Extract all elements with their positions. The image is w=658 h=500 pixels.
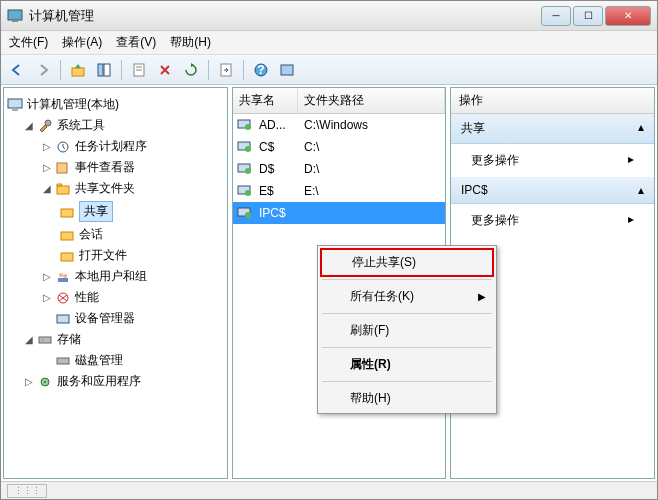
share-name: IPC$ [259,206,304,220]
toolbar: ? [1,55,657,85]
submenu-arrow-icon: ▸ [628,212,634,229]
share-name: D$ [259,162,304,176]
ctx-all-tasks[interactable]: 所有任务(K) ▶ [318,282,496,311]
separator [322,313,492,314]
svg-rect-2 [72,68,84,76]
tree-root-label: 计算机管理(本地) [27,96,119,113]
list-row[interactable]: D$ D:\ [233,158,445,180]
share-icon [237,205,255,221]
device-icon [54,311,72,327]
context-menu: 停止共享(S) 所有任务(K) ▶ 刷新(F) 属性(R) 帮助(H) [317,245,497,414]
list-row[interactable]: C$ C:\ [233,136,445,158]
ctx-refresh[interactable]: 刷新(F) [318,316,496,345]
minimize-button[interactable]: ─ [541,6,571,26]
tree-label: 共享文件夹 [75,180,135,197]
ctx-properties[interactable]: 属性(R) [318,350,496,379]
tree-local-users[interactable]: ▷ 本地用户和组 [6,266,225,287]
ctx-stop-sharing[interactable]: 停止共享(S) [320,248,494,277]
separator [322,381,492,382]
tree-label: 磁盘管理 [75,352,123,369]
tree-storage[interactable]: ◢ 存储 [6,329,225,350]
help-button[interactable]: ? [249,58,273,82]
tree-shares[interactable]: 共享 [6,199,225,224]
list-row-selected[interactable]: IPC$ [233,202,445,224]
expand-icon[interactable]: ▷ [40,292,54,303]
tree-label: 设备管理器 [75,310,135,327]
tree-open-files[interactable]: 打开文件 [6,245,225,266]
menu-action[interactable]: 操作(A) [62,34,102,51]
tree-label: 打开文件 [79,247,127,264]
tree-label: 共享 [79,201,113,222]
ctx-help[interactable]: 帮助(H) [318,384,496,413]
event-icon [54,160,72,176]
svg-rect-16 [57,163,67,173]
tree-device-manager[interactable]: 设备管理器 [6,308,225,329]
clock-icon [54,139,72,155]
collapse-icon[interactable]: ◢ [22,334,36,345]
back-button[interactable] [5,58,29,82]
tree-root[interactable]: 计算机管理(本地) [6,94,225,115]
tree-event-viewer[interactable]: ▷ 事件查看器 [6,157,225,178]
tree-sessions[interactable]: 会话 [6,224,225,245]
properties-button[interactable] [127,58,151,82]
folder-share-icon [54,181,72,197]
tree-performance[interactable]: ▷ 性能 [6,287,225,308]
expand-icon[interactable]: ▷ [40,141,54,152]
expand-icon[interactable]: ▷ [22,376,36,387]
col-folder-path[interactable]: 文件夹路径 [298,88,445,113]
svg-point-21 [59,273,63,277]
menu-view[interactable]: 查看(V) [116,34,156,51]
expand-icon[interactable]: ▷ [40,162,54,173]
svg-text:?: ? [257,63,264,77]
section-label: IPC$ [461,183,488,197]
svg-point-38 [245,190,251,196]
delete-button[interactable] [153,58,177,82]
refresh-button[interactable] [179,58,203,82]
tree-label: 系统工具 [57,117,105,134]
svg-rect-28 [57,358,69,364]
collapse-icon[interactable]: ◢ [22,120,36,131]
expand-icon[interactable]: ▷ [40,271,54,282]
performance-icon [54,290,72,306]
tree-disk-mgmt[interactable]: 磁盘管理 [6,350,225,371]
svg-rect-1 [12,20,18,22]
menu-bar: 文件(F) 操作(A) 查看(V) 帮助(H) [1,31,657,55]
menu-help[interactable]: 帮助(H) [170,34,211,51]
list-row[interactable]: E$ E:\ [233,180,445,202]
close-button[interactable]: ✕ [605,6,651,26]
up-button[interactable] [66,58,90,82]
share-path: C:\Windows [304,118,368,132]
svg-rect-25 [57,315,69,323]
app-icon [7,8,23,24]
ctx-label: 所有任务(K) [350,288,414,305]
list-header: 共享名 文件夹路径 [233,88,445,114]
action-label: 更多操作 [471,212,519,229]
collapse-icon[interactable]: ◢ [40,183,54,194]
col-share-name[interactable]: 共享名 [233,88,298,113]
export-button[interactable] [214,58,238,82]
tree-task-scheduler[interactable]: ▷ 任务计划程序 [6,136,225,157]
svg-point-40 [245,212,251,218]
title-bar: 计算机管理 ─ ☐ ✕ [1,1,657,31]
actions-more-1[interactable]: 更多操作 ▸ [451,144,654,177]
section-label: 共享 [461,120,485,137]
svg-rect-20 [61,253,73,261]
tools-icon [36,118,54,134]
menu-file[interactable]: 文件(F) [9,34,48,51]
tree-system-tools[interactable]: ◢ 系统工具 [6,115,225,136]
actions-header: 操作 [451,88,654,114]
maximize-button[interactable]: ☐ [573,6,603,26]
actions-section-ipc[interactable]: IPC$ ▴ [451,177,654,204]
tree-services[interactable]: ▷ 服务和应用程序 [6,371,225,392]
view-button[interactable] [275,58,299,82]
forward-button[interactable] [31,58,55,82]
svg-rect-12 [8,99,22,108]
svg-rect-0 [8,10,22,20]
show-hide-button[interactable] [92,58,116,82]
tree-shared-folders[interactable]: ◢ 共享文件夹 [6,178,225,199]
list-row[interactable]: AD... C:\Windows [233,114,445,136]
actions-more-2[interactable]: 更多操作 ▸ [451,204,654,237]
actions-section-share[interactable]: 共享 ▴ [451,114,654,144]
share-name: C$ [259,140,304,154]
svg-rect-13 [12,108,18,111]
